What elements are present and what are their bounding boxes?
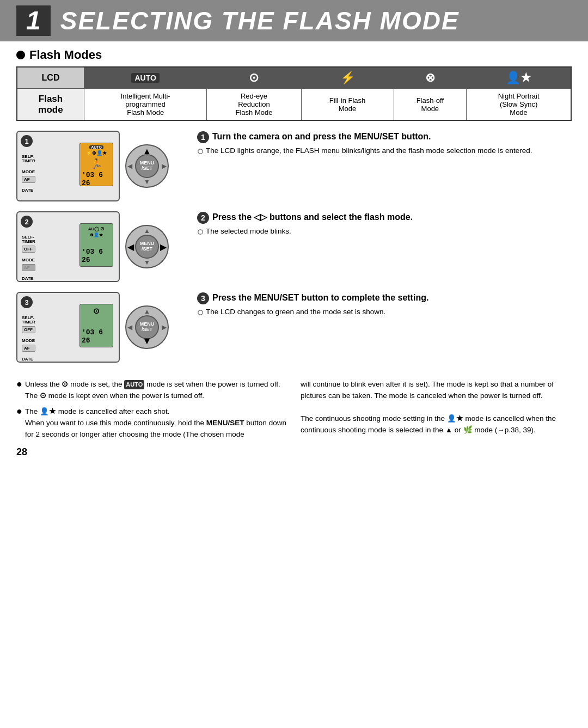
step-1-camera-body: 1 SELF-TIMER MODE AF DATE AUTO ⚡⊗👤★ (16, 131, 120, 201)
step-3-number: 3 (197, 292, 209, 304)
step-3-note-text: The LCD changes to green and the mode se… (206, 308, 385, 316)
step-1-text: Turn the camera on and press the MENU/SE… (212, 131, 431, 143)
step-3-note: The LCD changes to green and the mode se… (197, 308, 572, 316)
step-1-instructions: 1 Turn the camera on and press the MENU/… (197, 131, 572, 155)
step-3-camera-group: 3 SELF-TIMER OFF MODE AF DATE ⊙ '03 6 (16, 292, 185, 363)
step-2-camera-body: 2 SELF-TIMER OFF MODE AF DATE AU◯ ⊙ (16, 211, 120, 282)
table-header-night: 👤★ (467, 67, 571, 89)
step-3-lcd-icons: ⊙ (93, 307, 100, 315)
bottom-note-1: Unless the ⊙ mode is set, the AUTO mode … (25, 379, 287, 402)
mode-label-2: MODE (22, 258, 35, 262)
mode-label-3: MODE (22, 339, 35, 343)
af-badge-2: AF (22, 264, 35, 271)
down-arrow-icon-2: ▼ (144, 259, 150, 266)
left-arrow-icon-2: ◀ (127, 242, 134, 252)
step-3-dial-outer: ▲ ▼ ◀ ▶ MENU/SET (125, 305, 169, 349)
step-2-row: 2 SELF-TIMER OFF MODE AF DATE AU◯ ⊙ (16, 211, 572, 282)
step-3-date: '03 6 26 (82, 328, 111, 345)
step-3-lcd: ⊙ '03 6 26 (79, 304, 113, 347)
step-2-text: Press the ◁▷ buttons and select the flas… (212, 211, 413, 223)
page-header: 1 SELECTING THE FLASH MODE (0, 0, 588, 41)
bottom-left: ● Unless the ⊙ mode is set, the AUTO mod… (16, 379, 287, 460)
step-2-camera-group: 2 SELF-TIMER OFF MODE AF DATE AU◯ ⊙ (16, 211, 185, 282)
flash-modes-table: LCD AUTO ⊙ ⚡ ⊗ 👤★ Flashmode Intelligent … (16, 66, 572, 121)
step-1-note: The LCD lights orange, the FLASH menu bl… (197, 146, 572, 155)
table-cell-night: Night Portrait(Slow Sync)Mode (467, 89, 571, 121)
date-label: DATE (22, 188, 35, 193)
step-3-camera-body: 3 SELF-TIMER OFF MODE AF DATE ⊙ '03 6 (16, 292, 120, 363)
step-2-title: 2 Press the ◁▷ buttons and select the fl… (197, 211, 572, 224)
page-number: 1 (16, 5, 51, 36)
up-arrow-icon: ▲ (143, 146, 151, 156)
bottom-right-text-2: The continuous shooting mode setting in … (301, 414, 556, 434)
table-header-lcd: LCD (17, 67, 84, 89)
step-2-number: 2 (197, 212, 209, 224)
step-1-dial-outer: ▲ ▼ ◀ ▶ MENU/SET (125, 144, 169, 188)
table-header-redeye: ⊙ (207, 67, 301, 89)
step-3-text: Press the MENU/SET button to complete th… (212, 292, 428, 304)
left-arrow-icon-3: ◀ (127, 323, 132, 331)
step-1-note-text: The LCD lights orange, the FLASH menu bl… (206, 146, 532, 155)
step-3-instructions: 3 Press the MENU/SET button to complete … (197, 292, 572, 316)
right-arrow-icon-3: ▶ (162, 323, 167, 331)
step-2-labels: SELF-TIMER OFF MODE AF DATE (22, 226, 35, 281)
table-header-off: ⊗ (394, 67, 467, 89)
step-1-row: 1 SELF-TIMER MODE AF DATE AUTO ⚡⊗👤★ (16, 131, 572, 201)
self-timer-label-2: SELF-TIMER (22, 235, 35, 244)
step-2-date: '03 6 26 (82, 248, 111, 264)
step-1-camera-group: 1 SELF-TIMER MODE AF DATE AUTO ⚡⊗👤★ (16, 131, 185, 201)
step-3-labels: SELF-TIMER OFF MODE AF DATE (22, 307, 35, 362)
table-header-auto: AUTO (84, 67, 207, 89)
self-timer-label: SELF-TIMER (22, 155, 35, 163)
step-1-title: 1 Turn the camera on and press the MENU/… (197, 131, 572, 143)
right-arrow-icon: ▶ (162, 162, 167, 170)
step-2-lcd: AU◯ ⊙ ⊗👤★ '03 6 26 (79, 223, 113, 267)
down-arrow-icon-3: ▼ (142, 335, 152, 347)
off-badge-3: OFF (22, 326, 35, 333)
step-3-dial: ▲ ▼ ◀ ▶ MENU/SET (125, 305, 169, 349)
menu-set-label: MENU/SET (135, 154, 159, 178)
up-arrow-icon-3: ▲ (144, 308, 150, 315)
af-badge-3: AF (22, 345, 35, 352)
date-label-2: DATE (22, 277, 35, 281)
up-arrow-icon-2: ▲ (144, 227, 150, 235)
step-3-row: 3 SELF-TIMER OFF MODE AF DATE ⊙ '03 6 (16, 292, 572, 363)
table-cell-intelligent: Intelligent Multi-programmedFlash Mode (84, 89, 207, 121)
night-portrait-icon: 👤★ (506, 71, 531, 84)
left-arrow-icon: ◀ (127, 162, 132, 170)
fill-flash-icon: ⚡ (340, 71, 355, 84)
bottom-right-text: will continue to blink even after it is … (301, 380, 554, 400)
step-1-lcd-icons: AUTO ⚡⊗👤★ (82, 145, 111, 156)
table-header-fill: ⚡ (301, 67, 394, 89)
flash-off-icon: ⊗ (425, 71, 435, 84)
right-arrow-icon-2: ▶ (160, 242, 167, 252)
step-1-labels: SELF-TIMER MODE AF DATE (22, 145, 35, 193)
bottom-note-2: The 👤★ mode is cancelled after each shot… (25, 406, 287, 441)
step-1-number: 1 (197, 131, 209, 143)
step-2-instructions: 2 Press the ◁▷ buttons and select the fl… (197, 211, 572, 235)
step-2-dial: ▲ ▼ ◀ ▶ MENU/SET (125, 225, 169, 268)
page-number-bottom: 28 (16, 445, 287, 460)
steps-area: 1 SELF-TIMER MODE AF DATE AUTO ⚡⊗👤★ (16, 131, 572, 372)
menu-set-label-2: MENU/SET (135, 235, 159, 259)
table-cell-flashoff: Flash-offMode (394, 89, 467, 121)
step-2-lcd-icons: AU◯ ⊙ ⊗👤★ (82, 226, 111, 237)
page-title: SELECTING THE FLASH MODE (60, 6, 460, 35)
self-timer-label-3: SELF-TIMER (22, 316, 35, 325)
off-badge-2: OFF (22, 246, 35, 253)
mode-label: MODE (22, 170, 35, 174)
step-2-dial-outer: ▲ ▼ ◀ ▶ MENU/SET (125, 225, 169, 268)
af-badge: AF (22, 176, 35, 183)
bottom-bullet-1: ● Unless the ⊙ mode is set, the AUTO mod… (16, 379, 287, 402)
table-cell-flash-mode: Flashmode (17, 89, 84, 121)
step-1-date: '03 6 26 (82, 171, 111, 187)
date-label-3: DATE (22, 357, 35, 362)
bottom-right: will continue to blink even after it is … (301, 379, 572, 460)
bottom-notes: ● Unless the ⊙ mode is set, the AUTO mod… (16, 379, 572, 460)
red-eye-icon: ⊙ (249, 71, 259, 84)
table-cell-redeye: Red-eyeReductionFlash Mode (207, 89, 301, 121)
table-cell-fillin: Fill-in FlashMode (301, 89, 394, 121)
down-arrow-icon: ▼ (144, 178, 150, 186)
step-1-lcd: AUTO ⚡⊗👤★ 🏃 '03 6 26 (79, 143, 113, 186)
auto-badge: AUTO (131, 73, 159, 83)
